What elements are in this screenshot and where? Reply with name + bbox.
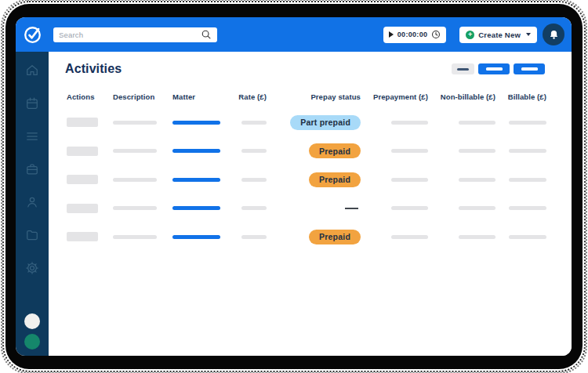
billable-skeleton [509,178,546,182]
actions-skeleton[interactable] [67,118,98,127]
sidebar-item-matters[interactable] [24,161,41,178]
prepayment-skeleton [391,235,428,239]
app-body: Activities Actions Description Matter Ra… [16,52,572,356]
sidebar-footer [16,313,49,349]
column-header-prepayment: Prepayment (£) [361,92,428,101]
create-new-label: Create New [478,31,521,39]
rate-skeleton [241,121,267,125]
actions-skeleton[interactable] [67,204,98,213]
description-skeleton [113,235,157,239]
description-skeleton [113,121,157,125]
prepay-status-badge: Prepaid [309,143,361,158]
column-header-description: Description [113,92,172,101]
non-billable-skeleton [459,178,495,182]
non-billable-skeleton [459,235,495,239]
rate-skeleton [241,149,267,153]
topbar-actions: 00:00:00 + Create New [383,24,564,45]
contacts-icon [24,194,40,210]
billable-skeleton [509,149,546,153]
home-icon [24,63,40,78]
description-skeleton [113,149,157,153]
sidebar-item-settings[interactable] [24,259,41,277]
view-toggle-inactive-button[interactable] [452,63,474,74]
prepayment-skeleton [391,121,428,125]
button-dash [486,67,503,71]
window-frame: Search 00:00:00 + Create New [5,4,583,369]
timer-widget[interactable]: 00:00:00 [383,27,446,43]
sidebar-item-documents[interactable] [24,226,41,244]
column-header-actions: Actions [67,92,113,101]
description-skeleton [113,206,157,210]
table-row: Part prepaid [67,108,546,137]
column-header-billable: Billable (£) [495,92,546,101]
page-title: Activities [65,62,122,76]
billable-skeleton [509,121,546,125]
prepayment-skeleton [391,178,428,182]
documents-folder-icon [24,227,40,243]
topbar: Search 00:00:00 + Create New [16,17,572,52]
prepay-empty-dash [345,208,358,209]
sidebar-item-home[interactable] [24,62,41,79]
primary-action-button-2[interactable] [514,63,545,74]
matter-link-skeleton[interactable] [172,149,220,153]
actions-skeleton[interactable] [67,175,98,184]
billable-skeleton [509,206,546,210]
sidebar-item-activities[interactable] [24,128,41,145]
non-billable-skeleton [459,206,495,210]
avatar[interactable] [24,313,40,329]
table-row: Prepaid [67,223,546,252]
prepay-status-badge: Prepaid [309,230,361,244]
sidebar-item-calendar[interactable] [24,95,41,112]
column-header-non-billable: Non-billable (£) [428,92,495,101]
app-window: Search 00:00:00 + Create New [16,17,572,356]
prepayment-skeleton [391,206,428,210]
actions-skeleton[interactable] [67,147,98,156]
column-header-matter: Matter [172,92,221,101]
settings-gear-icon [24,260,40,276]
table-header-row: Actions Description Matter Rate (£) Prep… [67,91,546,102]
chevron-down-icon [526,33,531,36]
search-input[interactable]: Search [53,27,217,42]
prepay-status-badge: Prepaid [309,172,361,187]
search-icon [201,29,212,40]
table-body: Part prepaid Prepaid [67,108,546,252]
matter-link-skeleton[interactable] [172,178,220,182]
clock-icon [431,30,441,39]
matter-link-skeleton[interactable] [172,121,220,125]
matter-link-skeleton[interactable] [172,206,220,210]
primary-action-button-1[interactable] [478,63,510,74]
matter-link-skeleton[interactable] [172,235,220,239]
non-billable-skeleton [459,121,495,125]
plus-icon: + [466,31,474,39]
calendar-icon [24,96,40,111]
non-billable-skeleton [459,149,495,153]
rate-skeleton [241,206,267,210]
description-skeleton [113,178,157,182]
button-dash [457,68,469,71]
prepay-status-badge: Part prepaid [290,115,361,130]
rate-skeleton [241,235,267,239]
column-header-prepay-status: Prepay status [267,92,361,101]
table-row: Prepaid [67,165,546,194]
briefcase-icon [24,161,40,177]
table-row [67,194,546,223]
timer-play-icon [389,31,394,38]
table-row: Prepaid [67,137,546,166]
prepayment-skeleton [391,149,428,153]
column-header-rate: Rate (£) [221,92,267,101]
search-placeholder: Search [59,31,201,39]
main-content: Activities Actions Description Matter Ra… [49,52,572,356]
content-header: Activities [65,62,545,76]
button-dash [521,67,538,71]
view-toggle-buttons [452,63,545,74]
notifications-button[interactable] [543,24,564,45]
sidebar-item-contacts[interactable] [24,194,41,211]
app-logo[interactable] [16,25,49,45]
activities-list-icon [24,129,40,144]
actions-skeleton[interactable] [67,232,98,241]
timer-value: 00:00:00 [397,31,427,38]
status-dot[interactable] [24,334,40,349]
sidebar [16,52,49,356]
billable-skeleton [509,235,546,239]
create-new-button[interactable]: + Create New [459,27,537,43]
